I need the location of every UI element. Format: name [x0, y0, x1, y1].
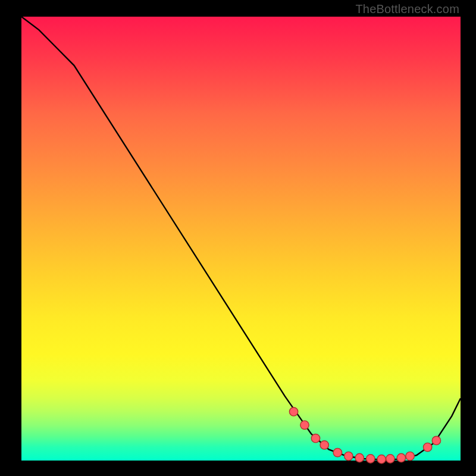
curve-marker-dot	[423, 443, 431, 451]
curve-layer	[21, 17, 461, 461]
curve-marker-dot	[311, 434, 320, 443]
curve-marker-dot	[300, 421, 309, 429]
bottleneck-curve-line	[21, 17, 461, 460]
gradient-plot-area	[21, 17, 461, 461]
watermark-text: TheBottleneck.com	[355, 2, 459, 16]
curve-marker-dot	[386, 455, 394, 463]
curve-marker-dot	[345, 452, 353, 460]
curve-marker-dot	[333, 448, 342, 456]
curve-marker-dot	[432, 436, 440, 444]
curve-marker-dot	[397, 453, 405, 462]
curve-marker-dot	[289, 408, 298, 416]
curve-marker-dot	[406, 452, 414, 460]
curve-marker-dot	[320, 441, 328, 449]
chart-stage: TheBottleneck.com	[0, 0, 476, 476]
curve-marker-dot	[377, 455, 386, 464]
curve-marker-dot	[355, 453, 364, 462]
curve-marker-dot	[367, 455, 375, 463]
